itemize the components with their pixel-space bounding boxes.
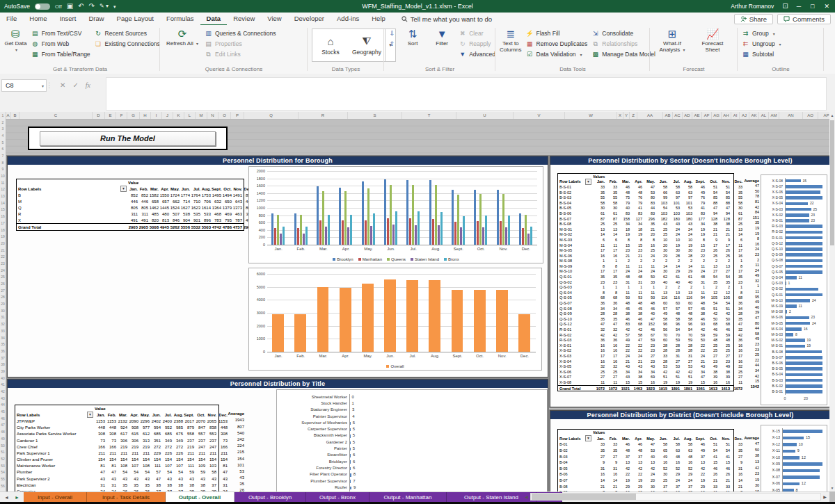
row-header-21[interactable]: 21 [0, 247, 6, 254]
row-header-37[interactable]: 37 [0, 355, 6, 361]
redo-icon[interactable]: ↷ [89, 3, 95, 10]
user-name[interactable]: Arthur Romanov [731, 3, 774, 10]
ribbon-button-recent-sources[interactable]: ↻Recent Sources [95, 29, 160, 38]
ribbon-button-sort-z-to-a[interactable]: ⇧ [388, 40, 396, 48]
row-header-47[interactable]: 47 [0, 422, 6, 429]
column-header-B[interactable]: B [11, 112, 19, 119]
ribbon-button-queries-connections[interactable]: ▥Queries & Connections [205, 29, 276, 38]
row-header-55[interactable]: 55 [0, 475, 6, 482]
ribbon-button-what-if-analysis[interactable]: ⊞What-If Analysis ▾ [654, 25, 690, 64]
tell-me-search[interactable]: Tell me what you want to do [401, 15, 492, 23]
sheet-tab-input-overall[interactable]: Input - Overall [24, 492, 87, 503]
sheet-tab-output-bronx[interactable]: Output - Bronx [306, 492, 369, 503]
save-icon[interactable]: ▣ [67, 3, 73, 10]
ribbon-button-advanced[interactable]: ▼Advanced [459, 50, 495, 58]
column-header-M[interactable]: M [196, 112, 207, 119]
column-header-AI[interactable]: AI [731, 112, 740, 119]
row-header-24[interactable]: 24 [0, 267, 6, 274]
row-header-19[interactable]: 19 [0, 233, 6, 240]
ribbon-button-from-table-range[interactable]: ▦From Table/Range [31, 50, 90, 58]
ribbon-button-sort-a-to-z[interactable]: ⇩ [388, 29, 396, 38]
ribbon-button-consolidate[interactable]: ⇲Consolidate [591, 29, 655, 38]
ribbon-tab-add-ins[interactable]: Add-ins [331, 12, 365, 24]
row-header-13[interactable]: 13 [0, 193, 6, 200]
row-header-18[interactable]: 18 [0, 227, 6, 234]
column-header-AC[interactable]: AC [673, 112, 683, 119]
share-button[interactable]: Share [734, 14, 773, 24]
row-header-32[interactable]: 32 [0, 320, 6, 327]
row-header-45[interactable]: 45 [0, 408, 6, 415]
horizontal-scrollbar[interactable]: ◀ ▶ [523, 492, 828, 501]
row-header-29[interactable]: 29 [0, 300, 6, 307]
row-header-7[interactable]: 7 [0, 152, 6, 159]
name-box-dropdown-icon[interactable]: ▾ [42, 83, 44, 88]
close-button[interactable]: ✕ [824, 3, 829, 10]
borough-chart[interactable]: 0200400600800100012001400160018002000Jan… [248, 166, 543, 263]
ribbon-button-stocks[interactable]: ⌂Stocks [312, 29, 349, 61]
sheet-nav-right-icon[interactable]: ► [15, 495, 19, 500]
column-header-A[interactable]: A [6, 112, 11, 119]
row-header-31[interactable]: 31 [0, 314, 6, 321]
row-header-44[interactable]: 44 [0, 402, 6, 409]
sheet-tab-output-overall[interactable]: Output - Overall [166, 492, 234, 503]
hscroll-right-icon[interactable]: ▶ [822, 493, 828, 501]
horizontal-scrollbar-thumb[interactable] [532, 494, 636, 500]
ribbon-button-data-validation[interactable]: ☑Data Validation▾ [526, 50, 588, 58]
column-header-D[interactable]: D [93, 112, 105, 119]
column-header-F[interactable]: F [116, 112, 127, 119]
row-header-12[interactable]: 12 [0, 186, 6, 193]
column-header-N[interactable]: N [207, 112, 218, 119]
row-header-17[interactable]: 17 [0, 220, 6, 227]
ribbon-tab-help[interactable]: Help [365, 12, 392, 24]
ribbon-tab-insert[interactable]: Insert [54, 12, 83, 24]
row-header-52[interactable]: 52 [0, 455, 6, 462]
row-header-48[interactable]: 48 [0, 428, 6, 435]
row-header-9[interactable]: 9 [0, 166, 6, 173]
ribbon-tab-developer[interactable]: Developer [288, 12, 331, 24]
row-header-11[interactable]: 11 [0, 179, 6, 186]
row-header-33[interactable]: 33 [0, 327, 6, 334]
sheet-tab-output-brooklyn[interactable]: Output - Brooklyn [234, 492, 306, 503]
column-header-V[interactable]: V [514, 112, 565, 119]
column-header-AD[interactable]: AD [683, 112, 692, 119]
row-header-1[interactable]: 1 [0, 112, 6, 119]
ribbon-tab-home[interactable]: Home [23, 12, 53, 24]
column-header-P[interactable]: P [231, 112, 244, 119]
row-header-49[interactable]: 49 [0, 435, 6, 442]
row-header-53[interactable]: 53 [0, 462, 6, 469]
ribbon-button-forecast-sheet[interactable]: 📈Forecast Sheet [694, 25, 731, 64]
row-header-41[interactable]: 41 [0, 382, 6, 389]
overall-chart[interactable]: 0100020003000400050006000Jan.Feb.Mar.Apr… [248, 268, 542, 371]
row-header-46[interactable]: 46 [0, 415, 6, 422]
row-header-26[interactable]: 26 [0, 280, 6, 287]
filter-icon[interactable]: ▼ [585, 435, 591, 441]
touch-mode-icon[interactable]: ✎ ▾ [100, 3, 109, 9]
ribbon-tab-draw[interactable]: Draw [82, 12, 110, 24]
minimize-button[interactable]: ─ [797, 3, 801, 10]
row-header-30[interactable]: 30 [0, 307, 6, 314]
row-header-4[interactable]: 4 [0, 132, 6, 139]
row-header-51[interactable]: 51 [0, 448, 6, 455]
sheet-nav-left-icon[interactable]: ◄ [4, 495, 9, 500]
row-header-15[interactable]: 15 [0, 206, 6, 213]
row-header-16[interactable]: 16 [0, 213, 6, 220]
formula-input[interactable] [106, 77, 827, 111]
sheet-tab-input-task-details[interactable]: Input - Task Details [87, 492, 166, 503]
ribbon-button-remove-duplicates[interactable]: ▦Remove Duplicates [526, 40, 588, 48]
row-header-54[interactable]: 54 [0, 469, 6, 475]
row-header-6[interactable]: 6 [0, 145, 6, 152]
ribbon-button-reapply[interactable]: ↻Reapply [459, 40, 495, 48]
column-header-C[interactable]: C [19, 112, 93, 119]
column-header-AA[interactable]: AA [637, 112, 663, 119]
ribbon-tab-view[interactable]: View [261, 12, 287, 24]
column-header-AE[interactable]: AE [692, 112, 702, 119]
cancel-icon[interactable]: ✕ [60, 81, 65, 89]
row-header-50[interactable]: 50 [0, 442, 6, 449]
column-header-T[interactable]: T [402, 112, 456, 119]
row-header-8[interactable]: 8 [0, 159, 6, 166]
maximize-button[interactable]: □ [811, 3, 814, 10]
row-header-5[interactable]: 5 [0, 139, 6, 146]
scroll-down-icon[interactable]: ▼ [829, 485, 835, 491]
column-header-L[interactable]: L [184, 112, 196, 119]
column-header-Y[interactable]: Y [623, 112, 630, 119]
